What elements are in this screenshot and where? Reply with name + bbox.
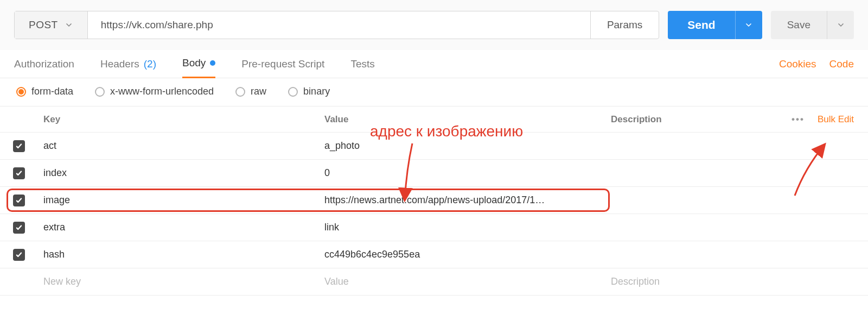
kv-row-check-col xyxy=(0,195,38,206)
tab-label: Pre-request Script xyxy=(241,58,324,70)
radio-icon xyxy=(95,87,105,97)
code-link[interactable]: Code xyxy=(829,58,854,70)
body-type-binary[interactable]: binary xyxy=(288,86,330,97)
chevron-down-icon xyxy=(65,21,73,29)
save-button[interactable]: Save xyxy=(771,11,827,39)
kv-key-cell[interactable]: act xyxy=(38,140,324,152)
request-action-bar: POST Params Send Save xyxy=(0,0,868,50)
body-type-row: form-data x-www-form-urlencoded raw bina… xyxy=(0,78,868,106)
tab-label: Body xyxy=(182,57,206,69)
body-type-urlencoded[interactable]: x-www-form-urlencoded xyxy=(95,86,214,97)
row-checkbox[interactable] xyxy=(13,195,25,206)
tab-tests[interactable]: Tests xyxy=(350,50,374,78)
checkmark-icon xyxy=(15,197,23,204)
kv-value-cell[interactable]: 0 xyxy=(324,167,611,179)
http-method-dropdown[interactable]: POST xyxy=(15,11,88,39)
kv-header-row: Key Value Description ••• Bulk Edit xyxy=(0,106,868,133)
radio-label: raw xyxy=(251,86,266,97)
kv-row-highlighted: image https://news.artnet.com/app/news-u… xyxy=(0,187,868,214)
tab-body[interactable]: Body xyxy=(182,50,215,78)
kv-key-cell[interactable]: index xyxy=(38,167,324,179)
request-url-input[interactable] xyxy=(88,11,590,39)
save-dropdown-button[interactable] xyxy=(827,11,854,39)
kv-row: act a_photo xyxy=(0,133,868,160)
headers-count-badge: (2) xyxy=(144,58,156,70)
chevron-down-icon xyxy=(837,21,845,29)
checkmark-icon xyxy=(15,224,23,231)
http-method-label: POST xyxy=(29,19,58,31)
kv-key-placeholder[interactable]: New key xyxy=(38,276,324,287)
radio-icon xyxy=(288,87,298,97)
kv-header-key: Key xyxy=(38,114,324,125)
radio-icon xyxy=(235,87,245,97)
radio-label: form-data xyxy=(31,86,73,97)
kv-value-cell[interactable]: link xyxy=(324,222,611,233)
bulk-edit-link[interactable]: Bulk Edit xyxy=(818,114,854,125)
tab-label: Headers xyxy=(100,58,139,70)
kv-row-placeholder[interactable]: New key Value Description xyxy=(0,268,868,296)
body-type-formdata[interactable]: form-data xyxy=(16,86,73,97)
kv-row-check-col xyxy=(0,249,38,261)
params-label: Params xyxy=(607,19,642,31)
more-options-icon[interactable]: ••• xyxy=(792,114,805,125)
kv-row: hash cc449b6c4ec9e955ea xyxy=(0,241,868,268)
kv-row: extra link xyxy=(0,214,868,241)
kv-key-cell[interactable]: hash xyxy=(38,249,324,260)
kv-row: index 0 xyxy=(0,160,868,187)
row-checkbox[interactable] xyxy=(13,249,25,261)
row-checkbox[interactable] xyxy=(13,167,25,179)
tab-label: Tests xyxy=(350,58,374,70)
checkmark-icon xyxy=(15,142,23,150)
kv-key-cell[interactable]: extra xyxy=(38,222,324,233)
kv-desc-placeholder[interactable]: Description xyxy=(611,276,868,287)
checkmark-icon xyxy=(15,251,23,259)
checkmark-icon xyxy=(15,170,23,177)
request-tabs: Authorization Headers (2) Body Pre-reque… xyxy=(14,50,375,78)
tab-label: Authorization xyxy=(14,58,74,70)
request-tabs-row: Authorization Headers (2) Body Pre-reque… xyxy=(0,50,868,78)
kv-row-check-col xyxy=(0,167,38,179)
params-button[interactable]: Params xyxy=(590,11,659,39)
kv-key-cell[interactable]: image xyxy=(38,195,324,206)
radio-label: x-www-form-urlencoded xyxy=(110,86,214,97)
save-cluster: Save xyxy=(771,11,854,39)
row-checkbox[interactable] xyxy=(13,140,25,152)
kv-row-check-col xyxy=(0,222,38,234)
send-button[interactable]: Send xyxy=(668,11,735,39)
kv-value-placeholder[interactable]: Value xyxy=(324,276,611,287)
send-cluster: Send xyxy=(668,11,762,39)
tab-authorization[interactable]: Authorization xyxy=(14,50,74,78)
radio-label: binary xyxy=(303,86,330,97)
body-type-raw[interactable]: raw xyxy=(235,86,266,97)
kv-header-value: Value xyxy=(324,114,611,125)
send-dropdown-button[interactable] xyxy=(735,11,762,39)
kv-value-cell[interactable]: cc449b6c4ec9e955ea xyxy=(324,249,611,260)
unsaved-indicator-icon xyxy=(210,60,215,66)
kv-header-right: ••• Bulk Edit xyxy=(792,114,854,125)
tabs-right-links: Cookies Code xyxy=(779,58,854,70)
send-label: Send xyxy=(687,18,715,32)
tab-prerequest-script[interactable]: Pre-request Script xyxy=(241,50,324,78)
url-cluster: POST Params xyxy=(14,11,659,39)
kv-value-cell[interactable]: https://news.artnet.com/app/news-upload/… xyxy=(324,195,611,206)
tab-headers[interactable]: Headers (2) xyxy=(100,50,156,78)
row-checkbox[interactable] xyxy=(13,222,25,234)
kv-row-check-col xyxy=(0,140,38,152)
save-label: Save xyxy=(787,19,810,31)
chevron-down-icon xyxy=(744,21,753,29)
radio-icon xyxy=(16,87,26,97)
kv-value-cell[interactable]: a_photo xyxy=(324,140,611,152)
cookies-link[interactable]: Cookies xyxy=(779,58,816,70)
